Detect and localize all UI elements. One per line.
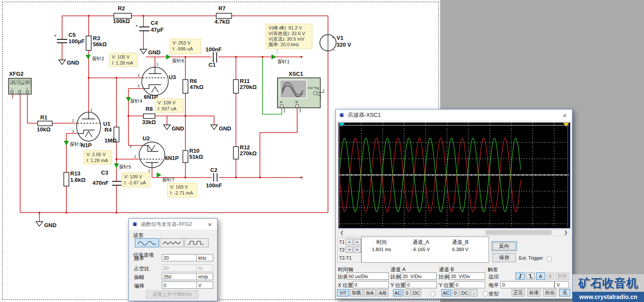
channel-a-scale-label: 比例 [391, 273, 401, 281]
channel-a-scale-input[interactable] [401, 272, 437, 280]
yt-mode-button[interactable]: Y/T [337, 289, 349, 296]
square-icon [187, 240, 206, 246]
scope-screen[interactable] [338, 122, 570, 228]
ab-mode-button[interactable]: A/B [377, 289, 388, 296]
t1-label: T1 [339, 240, 345, 245]
svg-text:1MΩ: 1MΩ [104, 137, 116, 144]
probe3-name: 探针3 [70, 142, 82, 147]
t2-right-button[interactable]: ► [354, 246, 361, 253]
channel-b-value: 6.389 V [441, 247, 480, 252]
timebase-xpos-input[interactable] [353, 281, 389, 288]
svg-text:I: 1.28 mA: I: 1.28 mA [112, 60, 134, 65]
reverse-button[interactable]: 反向 [492, 241, 517, 251]
svg-text:470nF: 470nF [92, 180, 109, 186]
svg-text:C4: C4 [151, 20, 158, 26]
tube-U3[interactable] [142, 67, 168, 95]
xsc1-icon[interactable]: Ext Trig A B XSC1 [277, 71, 324, 113]
svg-text:1: 1 [90, 108, 92, 112]
channel-b-scale-input[interactable] [449, 272, 485, 280]
channel-a-ypos-input[interactable] [405, 281, 437, 288]
svg-text:100kΩ: 100kΩ [113, 18, 130, 24]
channel-b-dc-button[interactable]: DC [460, 289, 470, 296]
ext-trigger-radio[interactable] [546, 256, 552, 262]
scroll-left-icon[interactable]: ❮ [339, 230, 345, 235]
channel-a-zero-button[interactable]: 0 [403, 289, 411, 296]
trigger-title: 触发 [488, 266, 498, 273]
channel-b-minus-button[interactable]: - [471, 289, 477, 296]
amplitude-unit[interactable]: mVp [196, 273, 213, 280]
rising-edge-icon [518, 274, 522, 279]
divider [147, 235, 214, 236]
square-wave-button[interactable] [185, 238, 209, 247]
tube-U1[interactable] [77, 112, 101, 141]
ba-mode-button[interactable]: B/A [364, 289, 376, 296]
offset-input[interactable] [162, 281, 199, 289]
t2-left-button[interactable]: ◄ [346, 246, 353, 253]
trigger-source-a-button[interactable]: A [536, 272, 545, 280]
svg-text:100μF: 100μF [69, 38, 85, 44]
channel-a-dc-button[interactable]: DC [411, 289, 421, 296]
xfg2-icon[interactable]: − + XFG2 [9, 71, 31, 94]
add-mode-button[interactable]: 加载 [350, 289, 363, 296]
oscilloscope-window: 示波器-XSC1 × ❮ ❯ T1 ◄ ► T2 ◄ ► T2-T1 时间 通道… [335, 109, 572, 299]
svg-text:+: + [135, 23, 138, 28]
trigger-edge-rising-button[interactable] [516, 272, 525, 280]
t2-label: T2 [339, 247, 345, 252]
timebase-scale-input[interactable] [347, 272, 389, 280]
function-generator-window: 函数信号发生器-XFG2 × 波形 信号选项 频率 kHz 占空比 % 振幅 m… [128, 218, 218, 301]
save-button[interactable]: 保存 [492, 253, 516, 262]
ground-symbols[interactable] [36, 49, 218, 226]
fgen-titlebar[interactable]: 函数信号发生器-XFG2 × [129, 219, 217, 230]
trigger-level-label: 电平 [489, 282, 499, 289]
xsc1-label: XSC1 [289, 71, 303, 77]
duty-label: 占空比 [134, 265, 149, 272]
tube-U2[interactable] [139, 142, 165, 168]
channel-b-zero-button[interactable]: 0 [452, 289, 459, 296]
channel-b-radio[interactable] [483, 291, 488, 296]
scope-close-icon[interactable]: × [561, 112, 569, 119]
svg-text:47μF: 47μF [151, 27, 164, 33]
svg-text:R3: R3 [93, 35, 100, 41]
scope-titlebar[interactable]: 示波器-XSC1 × [336, 110, 572, 121]
scrollbar-thumb[interactable] [486, 230, 552, 235]
channel-a-radio[interactable] [430, 291, 435, 296]
t2-t1-label: T2-T1 [339, 255, 352, 261]
svg-text:V(直流): 30.5 mV: V(直流): 30.5 mV [268, 36, 304, 41]
t1-left-button[interactable]: ◄ [346, 239, 353, 245]
trigger-type-normal-button[interactable]: 标准 [528, 289, 540, 296]
svg-text:270kΩ: 270kΩ [240, 150, 256, 157]
sine-wave-button[interactable] [135, 238, 159, 247]
trigger-type-auto-button[interactable]: 自动 [543, 289, 556, 296]
probe6-name: 探针6 [172, 58, 184, 63]
svg-text:51kΩ: 51kΩ [189, 154, 203, 160]
triangle-wave-button[interactable] [160, 238, 184, 247]
fgen-close-icon[interactable]: × [206, 221, 214, 228]
trigger-level-unit[interactable]: V [555, 281, 569, 288]
trigger-level-input[interactable] [501, 281, 555, 288]
falling-edge-icon [528, 274, 532, 279]
svg-text:6N1P: 6N1P [165, 155, 179, 161]
duty-unit: % [196, 264, 213, 272]
scope-scrollbar[interactable]: ❮ ❯ [338, 229, 569, 236]
svg-text:V(峰-峰): 91.2 V: V(峰-峰): 91.2 V [268, 25, 302, 30]
offset-unit[interactable]: V [196, 281, 213, 289]
svg-text:U2: U2 [143, 135, 150, 142]
trigger-edge-falling-button[interactable] [526, 272, 535, 280]
trigger-type-single-button[interactable]: 正弦 [512, 289, 525, 296]
scope-title: 示波器-XSC1 [348, 111, 561, 119]
svg-text:100nF: 100nF [206, 182, 222, 189]
svg-text:U1: U1 [103, 121, 110, 127]
frequency-unit[interactable]: kHz [196, 254, 213, 261]
t1-right-button[interactable]: ► [354, 239, 361, 245]
window-icon [132, 222, 138, 227]
svg-text:R8: R8 [146, 106, 153, 112]
channel-b-ypos-input[interactable] [454, 281, 485, 288]
trigger-type-none-button[interactable]: 无 [559, 289, 570, 296]
channel-a-ac-button[interactable]: AC [393, 289, 402, 296]
channel-b-ac-button[interactable]: AC [441, 289, 451, 296]
amplitude-input[interactable] [162, 273, 199, 280]
scroll-right-icon[interactable]: ❯ [563, 230, 569, 235]
svg-text:33kΩ: 33kΩ [142, 119, 156, 125]
source-V1[interactable]: + V1 320 V − [320, 35, 351, 53]
frequency-input[interactable] [162, 254, 199, 261]
